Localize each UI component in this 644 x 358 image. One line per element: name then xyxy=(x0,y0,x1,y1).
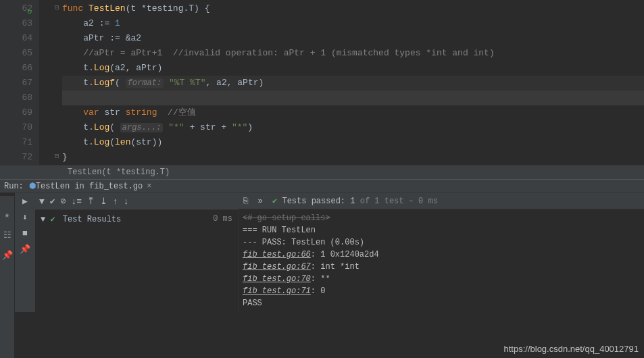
code-line[interactable]: t.Log(len(str)) xyxy=(62,135,644,150)
favorite-tool-icon[interactable]: ★ xyxy=(5,209,10,220)
divider-icon: » xyxy=(257,197,262,206)
debug-icon[interactable]: ⬇ xyxy=(22,212,28,223)
pass-check-icon: ✔ xyxy=(272,197,277,206)
block-icon[interactable]: ⊘ xyxy=(61,196,66,207)
pin-tool-icon[interactable]: 📌 xyxy=(2,250,13,261)
code-line[interactable]: t.Log(a2, aPtr) xyxy=(62,61,644,76)
check-filter-icon[interactable]: ✔ xyxy=(50,196,55,207)
run-header: Run: ⬢ TestLen in fib_test.go × xyxy=(0,179,644,193)
next-icon[interactable]: ↓ xyxy=(124,197,129,207)
watermark: https://blog.csdn.net/qq_40012791 xyxy=(504,344,639,354)
code-line[interactable]: t.Logf( format: "%T %T", a2, aPtr) xyxy=(62,76,644,91)
export-icon[interactable]: ⎘ xyxy=(243,197,248,206)
structure-tool-icon[interactable]: ☷ xyxy=(3,230,11,240)
tree-toggle-icon[interactable]: ▼ xyxy=(41,215,45,224)
run-icon[interactable]: ▶ xyxy=(22,196,28,207)
output-panel: ⎘ » ✔ Tests passed: 1 of 1 test – 0 ms <… xyxy=(238,193,644,312)
line-gutter: 62↻ 636465 666768 69707172 xyxy=(0,0,39,165)
breadcrumb[interactable]: TestLen(t *testing.T) xyxy=(0,165,644,179)
code-area[interactable]: func TestLen(t *testing.T) { a2 := 1 aPt… xyxy=(39,0,644,165)
prev-icon[interactable]: ↑ xyxy=(113,197,118,207)
run-toolbar-left: ▶ ⬇ ■ 📌 xyxy=(15,193,35,312)
code-line[interactable]: a2 := 1 xyxy=(62,16,644,31)
code-line[interactable]: } xyxy=(62,150,644,165)
expand-all-icon[interactable]: ⤓ xyxy=(100,196,107,207)
sort-icon[interactable]: ↓≡ xyxy=(71,197,82,207)
tool-window-bar: ★ ☷ 📌 xyxy=(0,196,15,358)
go-file-icon: ⬢ xyxy=(29,181,36,191)
code-line[interactable]: var str string //空值 xyxy=(62,105,644,120)
code-line[interactable]: //aPtr = aPtr+1 //invalid operation: aPt… xyxy=(62,46,644,61)
check-icon: ✔ xyxy=(50,215,55,224)
code-line-current[interactable] xyxy=(62,91,644,105)
run-tab[interactable]: TestLen in fib_test.go xyxy=(36,182,143,191)
close-icon[interactable]: × xyxy=(147,182,151,191)
collapse-icon[interactable]: ⤒ xyxy=(87,196,95,207)
pin-icon[interactable]: 📌 xyxy=(20,244,30,255)
stop-icon[interactable]: ■ xyxy=(22,228,28,238)
run-label: Run: xyxy=(4,182,24,191)
code-line[interactable]: aPtr := &a2 xyxy=(62,31,644,46)
test-output[interactable]: <# go setup calls> === RUN TestLen --- P… xyxy=(238,209,644,312)
test-status-bar: ⎘ » ✔ Tests passed: 1 of 1 test – 0 ms xyxy=(238,193,644,209)
code-line[interactable]: func TestLen(t *testing.T) { xyxy=(62,1,644,16)
expand-icon[interactable]: ▼ xyxy=(39,197,45,207)
run-panel: ▶ ⬇ ■ 📌 ▼ ✔ ⊘ ↓≡ ⤒ ⤓ ↑ ↓ ▼ ✔ Test Result… xyxy=(15,193,644,312)
code-editor[interactable]: 62↻ 636465 666768 69707172 ⊟ ⊟ func Test… xyxy=(0,0,644,165)
test-toolbar: ▼ ✔ ⊘ ↓≡ ⤒ ⤓ ↑ ↓ xyxy=(35,193,238,210)
test-tree-panel: ▼ ✔ ⊘ ↓≡ ⤒ ⤓ ↑ ↓ ▼ ✔ Test Results 0 ms xyxy=(35,193,238,312)
test-results-root[interactable]: ▼ ✔ Test Results 0 ms xyxy=(35,210,238,228)
code-line[interactable]: t.Log( args...: "*" + str + "*") xyxy=(62,120,644,135)
